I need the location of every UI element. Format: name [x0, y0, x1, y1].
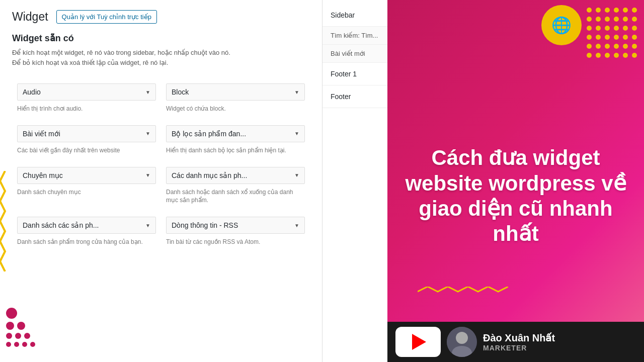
- sidebar-panel: Sidebar Tìm kiếm: Tìm... Bài viết mới Fo…: [322, 0, 387, 362]
- wordpress-panel: Widget Quản lý với Tuỳ chỉnh trực tiếp W…: [0, 0, 322, 362]
- channel-name: Đào Xuân Nhất: [483, 332, 555, 344]
- chevron-down-icon: ▼: [294, 131, 299, 136]
- dots-grid: [587, 5, 639, 60]
- chevron-down-icon: ▼: [294, 223, 299, 228]
- sidebar-sub-label: Tìm kiếm: Tìm...: [331, 32, 378, 39]
- wp-header: Widget Quản lý với Tuỳ chỉnh trực tiếp: [12, 10, 310, 24]
- sidebar-item-footer1[interactable]: Footer 1: [323, 63, 387, 85]
- sidebar-item-label: Footer 1: [331, 70, 357, 78]
- chevron-down-icon: ▼: [145, 131, 150, 136]
- play-icon: [412, 334, 426, 350]
- widget-product-filter-desc: Hiển thị danh sách bộ lọc sản phẩm hiện …: [166, 146, 305, 155]
- chevron-down-icon: ▼: [145, 89, 150, 95]
- widget-block-label: Block: [172, 88, 189, 96]
- widget-product-filter-select[interactable]: Bộ lọc sản phẩm đan... ▼: [166, 125, 305, 142]
- page-title: Widget: [12, 10, 48, 24]
- sidebar-sub-search[interactable]: Tìm kiếm: Tìm...: [323, 27, 387, 45]
- sidebar-item-label: Sidebar: [331, 11, 355, 19]
- widget-audio-select[interactable]: Audio ▼: [17, 83, 156, 101]
- globe-symbol: 🌐: [551, 16, 572, 35]
- widget-category-label: Chuyên mục: [23, 171, 63, 179]
- widget-recent-posts-desc: Các bài viết gần đây nhất trên website: [17, 146, 156, 155]
- widget-audio-desc: Hiển thị trình chơi audio.: [17, 105, 156, 113]
- widget-product-cat: Các danh mục sản ph... ▼ Danh sách hoặc …: [161, 161, 310, 211]
- widget-audio-label: Audio: [23, 88, 41, 96]
- dots-decoration-bottom: [6, 308, 35, 347]
- widget-category: Chuyên mục ▼ Danh sách chuyên mục: [12, 161, 161, 211]
- channel-info: Đào Xuân Nhất MARKETER: [483, 332, 555, 352]
- sidebar-sub-label: Bài viết mới: [331, 50, 365, 57]
- sidebar-item-label: Footer: [331, 93, 351, 101]
- widget-block-select[interactable]: Block ▼: [166, 83, 305, 101]
- promo-text: Cách đưa widget website wordpress về gia…: [387, 145, 644, 247]
- avatar: [447, 327, 477, 357]
- widget-product-list-desc: Danh sách sản phẩm trong cửa hàng của bạ…: [17, 238, 156, 246]
- widget-audio: Audio ▼ Hiển thị trình chơi audio.: [12, 77, 161, 119]
- zigzag-decoration-left: [0, 171, 10, 272]
- sidebar-item-sidebar[interactable]: Sidebar: [323, 4, 387, 27]
- widget-recent-posts: Bài viết mới ▼ Các bài viết gần đây nhất…: [12, 119, 161, 161]
- svg-point-1: [456, 332, 468, 344]
- widget-rss-label: Dòng thông tin - RSS: [172, 221, 238, 229]
- chevron-down-icon: ▼: [294, 89, 299, 95]
- promo-bottom-bar: Đào Xuân Nhất MARKETER: [387, 322, 644, 362]
- sidebar-sub-recent[interactable]: Bài viết mới: [323, 45, 387, 63]
- widget-product-filter: Bộ lọc sản phẩm đan... ▼ Hiển thị danh s…: [161, 119, 310, 161]
- section-description: Để kích hoạt một widget, rê nó vào trong…: [12, 48, 310, 67]
- widget-recent-posts-select[interactable]: Bài viết mới ▼: [17, 125, 156, 142]
- chevron-down-icon: ▼: [145, 223, 150, 228]
- chevron-down-icon: ▼: [294, 172, 299, 178]
- youtube-button[interactable]: [395, 327, 441, 357]
- widgets-grid: Audio ▼ Hiển thị trình chơi audio. Block…: [12, 77, 310, 252]
- widget-product-filter-label: Bộ lọc sản phẩm đan...: [172, 130, 246, 138]
- promo-top-decoration: 🌐: [536, 0, 644, 65]
- section-title: Widget sẵn có: [12, 33, 310, 44]
- widget-rss-select[interactable]: Dòng thông tin - RSS ▼: [166, 217, 305, 234]
- promo-panel: 🌐 Cách đưa widget website wordpress về g…: [387, 0, 644, 362]
- widget-block: Block ▼ Widget có chứa block.: [161, 77, 310, 119]
- zigzag-decoration-bottom: [418, 287, 508, 297]
- chevron-down-icon: ▼: [145, 172, 150, 178]
- customize-button[interactable]: Quản lý với Tuỳ chỉnh trực tiếp: [56, 10, 157, 24]
- widget-product-cat-select[interactable]: Các danh mục sản ph... ▼: [166, 167, 305, 184]
- globe-icon: 🌐: [541, 5, 582, 45]
- widget-product-list-label: Danh sách các sản ph...: [23, 221, 99, 229]
- sidebar-item-footer[interactable]: Footer: [323, 85, 387, 108]
- widget-recent-posts-label: Bài viết mới: [23, 130, 60, 138]
- widget-product-list-select[interactable]: Danh sách các sản ph... ▼: [17, 217, 156, 234]
- widget-rss: Dòng thông tin - RSS ▼ Tin bài từ các ng…: [161, 211, 310, 252]
- channel-role: MARKETER: [483, 344, 555, 352]
- widget-block-desc: Widget có chứa block.: [166, 105, 305, 113]
- widget-category-desc: Danh sách chuyên mục: [17, 188, 156, 197]
- widget-product-cat-desc: Danh sách hoặc danh sách xổ xuống của da…: [166, 188, 305, 205]
- widget-category-select[interactable]: Chuyên mục ▼: [17, 167, 156, 184]
- widget-product-cat-label: Các danh mục sản ph...: [172, 171, 247, 179]
- widget-rss-desc: Tin bài từ các nguồn RSS và Atom.: [166, 238, 305, 246]
- widget-product-list: Danh sách các sản ph... ▼ Danh sách sản …: [12, 211, 161, 252]
